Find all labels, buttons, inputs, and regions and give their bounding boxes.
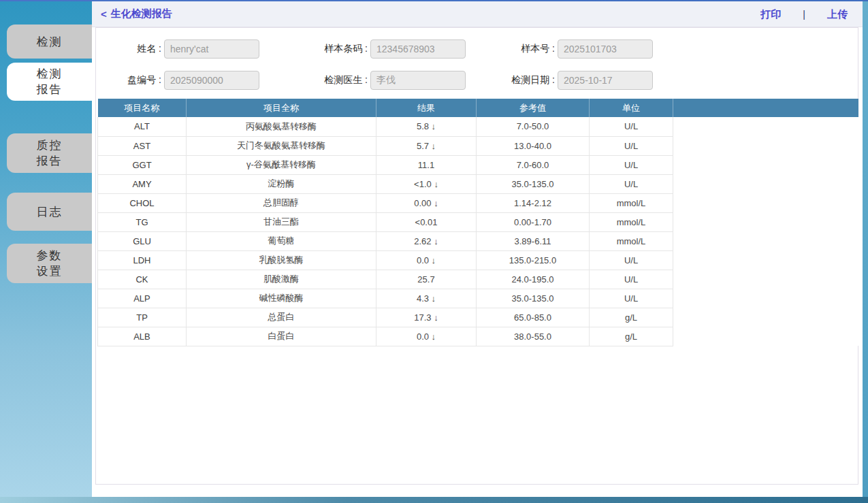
table-row[interactable]: GGT γ-谷氨酰基转移酶 11.1 7.0-60.0 U/L [98,155,858,174]
field-sample-barcode: 样本条码 : [302,39,466,59]
result-cell: 0.00 ↓ [376,193,477,212]
unit-cell: U/L [590,136,673,155]
reference-cell: 3.89-6.11 [477,231,590,250]
item-code-cell: AST [98,136,187,155]
spacer-cell [673,193,858,212]
report-panel: 姓名 : 样本条码 : 样本号 : 盘编号 : 检测医生 : 检测日期 : [95,27,858,485]
window-right-border [863,1,868,497]
unit-cell: mmol/L [590,231,673,250]
unit-cell: U/L [590,117,673,136]
spacer-cell [673,155,858,174]
unit-cell: U/L [590,155,673,174]
sample-barcode-label: 样本条码 : [302,43,370,55]
sidebar-tab-label: 检测 [37,66,63,82]
result-cell: 4.3 ↓ [376,289,477,308]
table-row[interactable]: TG 甘油三酯 <0.01 0.00-1.70 mmol/L [98,212,858,231]
item-code-cell: ALP [98,289,187,308]
item-full-name-cell: 乳酸脱氢酶 [187,250,376,270]
item-full-name-cell: 白蛋白 [187,327,376,346]
item-full-name-cell: 淀粉酶 [187,174,376,193]
result-cell: <0.01 [376,212,477,231]
reference-cell: 24.0-195.0 [477,270,590,289]
item-full-name-cell: 总蛋白 [187,308,376,327]
item-code-cell: TP [98,308,187,327]
result-cell: <1.0 ↓ [376,174,477,193]
main-content: < 生化检测报告 打印 | 上传 姓名 : 样本条码 : 样本号 : [92,1,863,497]
table-row[interactable]: ALP 碱性磷酸酶 4.3 ↓ 35.0-135.0 U/L [98,289,858,308]
field-doctor: 检测医生 : [302,70,466,90]
table-row[interactable]: TP 总蛋白 17.3 ↓ 65.0-85.0 g/L [98,308,858,327]
sample-barcode-input[interactable] [370,39,466,59]
table-row[interactable]: ALT 丙氨酸氨基转移酶 5.8 ↓ 7.0-50.0 U/L [98,117,858,136]
table-row[interactable]: CHOL 总胆固醇 0.00 ↓ 1.14-2.12 mmol/L [98,193,858,212]
item-code-cell: AMY [98,174,187,193]
page-header: < 生化检测报告 打印 | 上传 [92,1,863,27]
doctor-label: 检测医生 : [302,74,370,86]
item-full-name-cell: 丙氨酸氨基转移酶 [187,117,376,136]
result-cell: 2.62 ↓ [376,231,477,250]
sample-number-input[interactable] [558,39,653,59]
sidebar-tab-label: 设置 [37,263,63,279]
column-header-item-code: 项目名称 [98,99,187,117]
spacer-cell [673,327,858,346]
reference-cell: 1.14-2.12 [477,193,590,212]
sidebar-tab-log[interactable]: 日志 [7,193,92,231]
item-code-cell: CHOL [98,193,187,212]
unit-cell: g/L [590,327,673,346]
print-button[interactable]: 打印 [760,8,781,21]
sidebar-tab-label: 参数 [37,248,63,263]
back-link[interactable]: < 生化检测报告 [101,7,172,20]
item-full-name-cell: 碱性磷酸酶 [187,289,376,308]
result-cell: 11.1 [376,155,477,174]
unit-cell: mmol/L [590,193,673,212]
plate-number-input[interactable] [164,71,259,90]
sidebar-tab-settings[interactable]: 参数 设置 [7,244,92,283]
reference-cell: 35.0-135.0 [477,289,590,308]
table-row[interactable]: ALB 白蛋白 0.0 ↓ 38.0-55.0 g/L [98,327,858,346]
sidebar-tab-label: 检测 [37,34,63,50]
item-full-name-cell: 甘油三酯 [187,212,376,231]
table-row[interactable]: AST 天门冬氨酸氨基转移酶 5.7 ↓ 13.0-40.0 U/L [98,136,858,155]
sidebar-tab-label: 日志 [37,204,63,220]
upload-button[interactable]: 上传 [827,8,848,21]
plate-number-label: 盘编号 : [96,74,164,86]
reference-cell: 135.0-215.0 [477,250,590,270]
item-full-name-cell: 天门冬氨酸氨基转移酶 [187,136,376,155]
table-row[interactable]: LDH 乳酸脱氢酶 0.0 ↓ 135.0-215.0 U/L [98,250,858,270]
test-date-label: 检测日期 : [483,74,558,86]
sidebar: 检测 检测 报告 质控 报告 日志 参数 设置 [0,1,92,497]
back-chevron-icon: < [101,8,107,20]
table-row[interactable]: AMY 淀粉酶 <1.0 ↓ 35.0-135.0 U/L [98,174,858,193]
name-input[interactable] [164,39,259,59]
header-actions: 打印 | 上传 [760,1,848,27]
test-date-input[interactable] [558,71,653,90]
field-plate-number: 盘编号 : [96,70,259,90]
item-code-cell: TG [98,212,187,231]
report-table-body: ALT 丙氨酸氨基转移酶 5.8 ↓ 7.0-50.0 U/L AST 天门冬氨… [98,117,858,346]
field-sample-number: 样本号 : [483,39,653,59]
field-name: 姓名 : [96,39,259,59]
report-table: 项目名称 项目全称 结果 参考值 单位 ALT 丙氨酸氨基转移酶 5.8 ↓ 7… [97,99,858,346]
item-full-name-cell: 葡萄糖 [187,231,376,250]
reference-cell: 13.0-40.0 [477,136,590,155]
report-table-header: 项目名称 项目全称 结果 参考值 单位 [98,99,858,117]
unit-cell: U/L [590,270,673,289]
sidebar-tab-detection[interactable]: 检测 [7,25,92,59]
window-bottom-border [0,497,868,503]
table-row[interactable]: GLU 葡萄糖 2.62 ↓ 3.89-6.11 mmol/L [98,231,858,250]
table-row[interactable]: CK 肌酸激酶 25.7 24.0-195.0 U/L [98,270,858,289]
item-code-cell: GGT [98,155,187,174]
name-label: 姓名 : [96,43,164,55]
spacer-cell [673,174,858,193]
result-cell: 25.7 [376,270,477,289]
column-header-result: 结果 [376,99,477,117]
item-code-cell: ALB [98,327,187,346]
sidebar-tab-qc-report[interactable]: 质控 报告 [7,133,92,173]
spacer-cell [673,289,858,308]
doctor-input[interactable] [370,71,466,90]
sidebar-tab-test-report[interactable]: 检测 报告 [7,63,92,101]
reference-cell: 65.0-85.0 [477,308,590,327]
column-header-spacer [673,99,858,117]
unit-cell: U/L [590,250,673,270]
result-cell: 0.0 ↓ [376,327,477,346]
